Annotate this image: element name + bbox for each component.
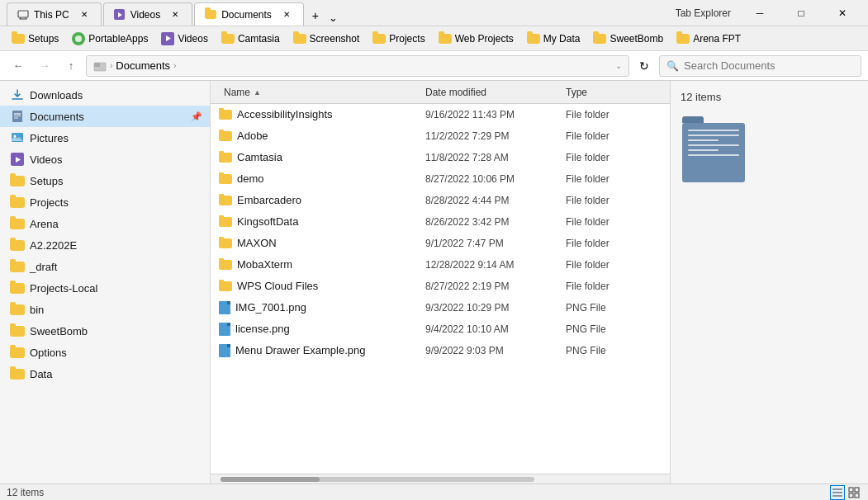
tab-this-pc-close[interactable]: ✕ <box>78 8 91 21</box>
table-row[interactable]: Camtasia 11/8/2022 7:28 AM File folder <box>211 147 670 168</box>
sidebar-item-sweetbomb[interactable]: SweetBomb 📌 <box>0 320 210 342</box>
table-row[interactable]: WPS Cloud Files 8/27/2022 2:19 PM File f… <box>211 276 670 297</box>
table-row[interactable]: IMG_7001.png 9/3/2022 10:29 PM PNG File <box>211 297 670 318</box>
col-header-date[interactable]: Date modified <box>425 87 566 98</box>
table-row[interactable]: KingsoftData 8/26/2022 3:42 PM File fold… <box>211 211 670 233</box>
quick-sweetbomb[interactable]: SweetBomb <box>588 31 668 46</box>
sidebar-item-options[interactable]: Options <box>0 342 210 363</box>
folder-arena-icon <box>10 216 25 231</box>
col-header-name[interactable]: Name ▲ <box>211 87 425 98</box>
table-row[interactable]: Adobe 11/2/2022 7:29 PM File folder <box>211 125 670 147</box>
sidebar-item-documents[interactable]: Documents 📌 <box>0 106 210 127</box>
file-name: WPS Cloud Files <box>237 280 318 292</box>
sidebar-item-videos[interactable]: Videos 📌 <box>0 149 210 170</box>
folder-icon <box>219 153 232 163</box>
file-name: demo <box>237 172 264 185</box>
folder-a2-icon <box>10 238 25 252</box>
sidebar-item-projects[interactable]: Projects <box>0 191 210 213</box>
close-button[interactable]: ✕ <box>823 0 861 26</box>
file-type-cell: File folder <box>566 109 665 120</box>
col-header-type[interactable]: Type <box>566 87 665 98</box>
quick-screenshot[interactable]: Screenshot <box>288 31 365 46</box>
file-type-cell: File folder <box>566 195 665 206</box>
svg-rect-23 <box>855 493 859 498</box>
view-icons-button[interactable] <box>847 485 861 500</box>
status-text: 12 items <box>7 487 44 498</box>
folder-icon <box>219 281 232 291</box>
file-type-cell: File folder <box>566 173 665 185</box>
sidebar-item-data[interactable]: Data <box>0 363 210 384</box>
file-name-cell: Adobe <box>211 130 425 142</box>
file-date-cell: 9/3/2022 10:29 PM <box>425 302 566 314</box>
up-button[interactable]: ↑ <box>59 54 83 78</box>
nav-bar: ← → ↑ › Documents › ⌄ ↻ 🔍 <box>0 51 868 81</box>
address-bar[interactable]: › Documents › ⌄ <box>86 55 629 77</box>
location-icon <box>93 59 107 73</box>
file-type-cell: PNG File <box>566 345 665 356</box>
search-box[interactable]: 🔍 <box>659 55 861 77</box>
file-type-cell: File folder <box>566 152 665 163</box>
quick-portableapps[interactable]: PortableApps <box>67 31 153 47</box>
quick-my-data[interactable]: My Data <box>522 31 586 46</box>
minimize-button[interactable]: ─ <box>741 0 779 26</box>
quick-setups[interactable]: Setups <box>7 31 64 46</box>
quick-arena-fpt[interactable]: Arena FPT <box>671 31 746 46</box>
restore-button[interactable]: □ <box>782 0 820 26</box>
tab-videos[interactable]: Videos ✕ <box>103 2 192 26</box>
quick-videos[interactable]: Videos <box>156 31 212 47</box>
file-name-cell: AccessibilityInsights <box>211 108 425 120</box>
tab-documents-close[interactable]: ✕ <box>280 8 293 21</box>
sidebar-item-downloads[interactable]: Downloads 📌 <box>0 84 210 106</box>
sidebar-item-draft[interactable]: _draft <box>0 256 210 277</box>
sidebar-item-arena[interactable]: Arena <box>0 213 210 234</box>
quick-camtasia[interactable]: Camtasia <box>216 31 285 46</box>
path-separator-2: › <box>173 61 176 70</box>
table-row[interactable]: demo 8/27/2022 10:06 PM File folder <box>211 168 670 190</box>
forward-button[interactable]: → <box>33 54 56 78</box>
refresh-button[interactable]: ↻ <box>633 54 656 78</box>
tab-dropdown-button[interactable]: ⌄ <box>325 9 342 26</box>
file-name: license.png <box>235 323 290 335</box>
video-purple-icon <box>114 9 126 21</box>
table-row[interactable]: MAXON 9/1/2022 7:47 PM File folder <box>211 233 670 254</box>
sidebar-item-projects-local[interactable]: Projects-Local <box>0 277 210 299</box>
sidebar-setups-label: Setups <box>30 175 203 187</box>
tab-documents[interactable]: Documents ✕ <box>194 2 304 26</box>
file-type-cell: File folder <box>566 259 665 271</box>
file-name-cell: MAXON <box>211 237 425 249</box>
tab-this-pc[interactable]: This PC ✕ <box>7 2 102 26</box>
table-row[interactable]: license.png 9/4/2022 10:10 AM PNG File <box>211 318 670 340</box>
new-tab-button[interactable]: + <box>306 6 325 26</box>
folder-bin-icon <box>10 302 25 317</box>
quick-arena-fpt-label: Arena FPT <box>693 33 741 45</box>
table-row[interactable]: MobaXterm 12/28/2022 9:14 AM File folder <box>211 254 670 276</box>
col-date-label: Date modified <box>425 87 486 98</box>
sidebar-item-bin[interactable]: bin <box>0 299 210 320</box>
table-row[interactable]: AccessibilityInsights 9/16/2022 11:43 PM… <box>211 104 670 125</box>
sidebar: Downloads 📌 Documents 📌 <box>0 81 211 483</box>
file-date-cell: 8/28/2022 4:44 PM <box>425 195 566 206</box>
horizontal-scrollbar[interactable] <box>211 474 670 483</box>
view-details-button[interactable] <box>830 485 845 500</box>
address-dropdown-icon[interactable]: ⌄ <box>615 61 622 70</box>
quick-projects[interactable]: Projects <box>368 31 429 46</box>
doc-line-5 <box>688 149 719 151</box>
search-input[interactable] <box>684 59 854 72</box>
sidebar-item-pictures[interactable]: Pictures 📌 <box>0 127 210 149</box>
quick-portableapps-label: PortableApps <box>88 33 148 45</box>
table-row[interactable]: Menu Drawer Example.png 9/9/2022 9:03 PM… <box>211 340 670 361</box>
file-name-cell: Embarcadero <box>211 194 425 206</box>
sidebar-item-setups[interactable]: Setups <box>0 170 210 191</box>
sidebar-videos-label: Videos <box>30 153 185 166</box>
table-row[interactable]: Embarcadero 8/28/2022 4:44 PM File folde… <box>211 190 670 211</box>
doc-line-6 <box>688 154 739 156</box>
quick-web-projects[interactable]: Web Projects <box>434 31 519 46</box>
folder-data-icon <box>10 366 25 381</box>
back-button[interactable]: ← <box>7 54 30 78</box>
tab-videos-close[interactable]: ✕ <box>168 8 182 21</box>
sidebar-item-a2[interactable]: A2.2202E <box>0 234 210 256</box>
file-name-cell: KingsoftData <box>211 215 425 228</box>
folder-icon <box>219 260 232 270</box>
file-name-cell: Menu Drawer Example.png <box>211 344 425 357</box>
sidebar-a2-label: A2.2202E <box>30 239 203 252</box>
